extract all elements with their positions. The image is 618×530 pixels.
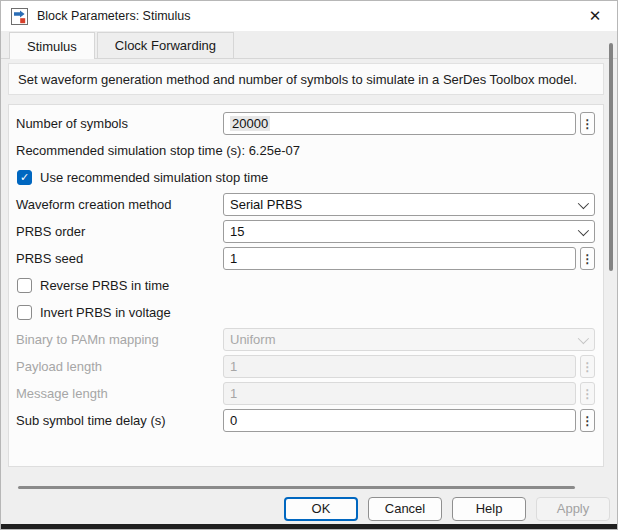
field-value: 20000: [230, 116, 270, 131]
param-menu-button: ⋮: [580, 382, 595, 405]
row-binary-pamn-mapping: Binary to PAMn mapping Uniform: [16, 326, 595, 353]
button-bar: OK Cancel Help Apply: [1, 493, 617, 524]
row-waveform-method: Waveform creation method Serial PRBS: [16, 191, 595, 218]
selected-value: Serial PRBS: [230, 197, 302, 212]
tab-stimulus[interactable]: Stimulus: [9, 32, 95, 59]
number-of-symbols-input[interactable]: 20000: [223, 112, 576, 135]
cancel-button[interactable]: Cancel: [368, 497, 442, 521]
field-label: Sub symbol time delay (s): [16, 413, 223, 428]
apply-button: Apply: [536, 497, 610, 521]
field-value: 0: [230, 413, 237, 428]
field-label: PRBS order: [16, 224, 223, 239]
chevron-down-icon: [578, 332, 589, 343]
reverse-prbs-checkbox[interactable]: [17, 278, 32, 293]
row-payload-length: Payload length 1 ⋮: [16, 353, 595, 380]
param-menu-button[interactable]: ⋮: [580, 247, 595, 270]
param-menu-button[interactable]: ⋮: [580, 409, 595, 432]
field-label: Waveform creation method: [16, 197, 223, 212]
tab-clock-forwarding[interactable]: Clock Forwarding: [97, 32, 234, 58]
checkbox-label: Reverse PRBS in time: [40, 278, 169, 293]
help-button[interactable]: Help: [452, 497, 526, 521]
title-bar: Block Parameters: Stimulus ✕: [1, 1, 617, 31]
binary-pamn-mapping-select: Uniform: [223, 328, 595, 351]
prbs-order-select[interactable]: 15: [223, 220, 595, 243]
row-use-recommended: ✓ Use recommended simulation stop time: [16, 164, 595, 191]
description-text: Set waveform generation method and numbe…: [18, 72, 577, 87]
tab-bar: Stimulus Clock Forwarding: [1, 31, 617, 59]
row-number-of-symbols: Number of symbols 20000 ⋮: [16, 110, 595, 137]
row-prbs-seed: PRBS seed 1 ⋮: [16, 245, 595, 272]
field-value: 1: [230, 359, 237, 374]
selected-value: Uniform: [230, 332, 276, 347]
close-button[interactable]: ✕: [579, 4, 611, 28]
waveform-creation-method-select[interactable]: Serial PRBS: [223, 193, 595, 216]
use-recommended-checkbox[interactable]: ✓: [17, 170, 32, 185]
kebab-menu-icon: ⋮: [582, 414, 594, 428]
checkbox-label: Use recommended simulation stop time: [40, 170, 268, 185]
payload-length-input: 1: [223, 355, 576, 378]
parameters-panel: Number of symbols 20000 ⋮ Recommended si…: [8, 104, 604, 467]
chevron-down-icon: [578, 224, 589, 235]
invert-prbs-checkbox[interactable]: [17, 305, 32, 320]
check-icon: ✓: [20, 172, 29, 183]
vertical-scrollbar[interactable]: [608, 35, 615, 487]
kebab-menu-icon: ⋮: [582, 252, 594, 266]
kebab-menu-icon: ⋮: [582, 117, 594, 131]
horizontal-scrollbar-thumb[interactable]: [18, 486, 575, 489]
param-menu-button: ⋮: [580, 355, 595, 378]
checkbox-label: Invert PRBS in voltage: [40, 305, 171, 320]
field-label: Binary to PAMn mapping: [16, 332, 223, 347]
row-recommended-stop-time: Recommended simulation stop time (s): 6.…: [16, 137, 595, 164]
tab-label: Stimulus: [27, 39, 77, 54]
selected-value: 15: [230, 224, 244, 239]
simulink-block-icon: [11, 8, 28, 25]
window-title: Block Parameters: Stimulus: [37, 9, 191, 23]
row-sub-symbol-delay: Sub symbol time delay (s) 0 ⋮: [16, 407, 595, 434]
block-parameters-dialog: Block Parameters: Stimulus ✕ Stimulus Cl…: [0, 0, 618, 530]
field-label: Number of symbols: [16, 116, 223, 131]
kebab-menu-icon: ⋮: [582, 360, 594, 374]
close-icon: ✕: [589, 7, 602, 25]
row-message-length: Message length 1 ⋮: [16, 380, 595, 407]
field-label: PRBS seed: [16, 251, 223, 266]
row-reverse-prbs: Reverse PRBS in time: [16, 272, 595, 299]
row-prbs-order: PRBS order 15: [16, 218, 595, 245]
tab-label: Clock Forwarding: [115, 38, 216, 53]
vertical-scrollbar-thumb[interactable]: [609, 43, 613, 271]
field-value: 1: [230, 386, 237, 401]
prbs-seed-input[interactable]: 1: [223, 247, 576, 270]
sub-symbol-time-delay-input[interactable]: 0: [223, 409, 576, 432]
param-menu-button[interactable]: ⋮: [580, 112, 595, 135]
field-label: Message length: [16, 386, 223, 401]
field-value: 1: [230, 251, 237, 266]
description-box: Set waveform generation method and numbe…: [8, 63, 604, 95]
chevron-down-icon: [578, 197, 589, 208]
field-label: Payload length: [16, 359, 223, 374]
kebab-menu-icon: ⋮: [582, 387, 594, 401]
background-strip: [1, 524, 617, 529]
row-invert-prbs: Invert PRBS in voltage: [16, 299, 595, 326]
recommended-stop-time-text: Recommended simulation stop time (s): 6.…: [16, 143, 300, 158]
ok-button[interactable]: OK: [284, 497, 358, 521]
message-length-input: 1: [223, 382, 576, 405]
